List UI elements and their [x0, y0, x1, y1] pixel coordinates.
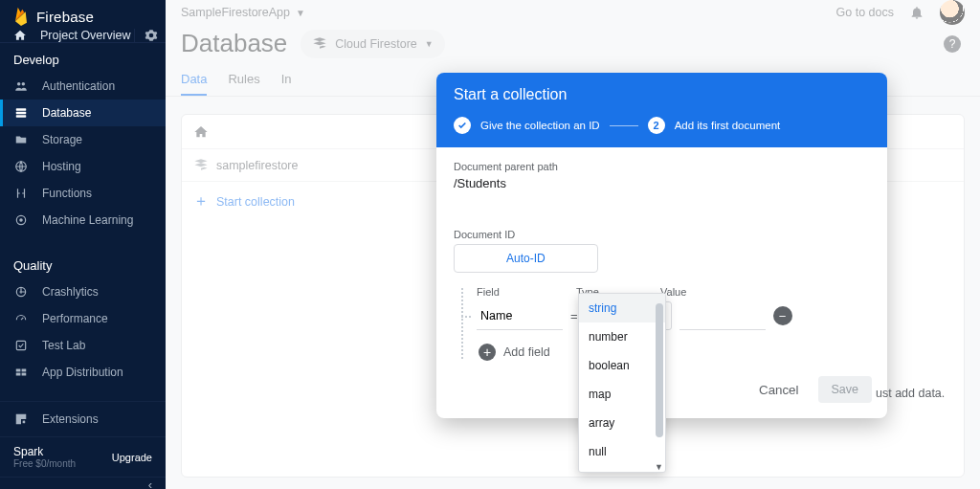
svg-rect-2 — [16, 108, 27, 110]
extensions-label: Extensions — [42, 412, 99, 426]
value-header: Value — [660, 286, 737, 298]
scroll-down-icon[interactable]: ▼ — [655, 462, 663, 472]
section-quality-title: Quality — [0, 249, 166, 278]
sidebar-item-app-distribution[interactable]: App Distribution — [0, 359, 166, 386]
auth-icon — [13, 78, 29, 94]
parent-path-value: /Students — [454, 176, 870, 190]
parent-path-label: Document parent path — [454, 161, 870, 172]
equals-sign: = — [570, 309, 578, 323]
sidebar-item-functions[interactable]: Functions — [0, 180, 166, 207]
check-icon — [457, 121, 467, 130]
modal-header: Start a collection Give the collection a… — [436, 73, 887, 147]
svg-rect-13 — [22, 373, 27, 376]
sidebar-item-hosting[interactable]: Hosting — [0, 153, 166, 180]
firebase-logo-icon — [13, 6, 29, 27]
step2-badge: 2 — [648, 117, 665, 134]
settings-gear[interactable] — [134, 29, 158, 42]
storage-icon — [13, 132, 29, 147]
sidebar-item-label: Hosting — [42, 160, 81, 173]
sidebar-item-label: Authentication — [42, 79, 115, 93]
sidebar-item-storage[interactable]: Storage — [0, 126, 166, 153]
field-name-input[interactable] — [477, 301, 563, 330]
modal-title: Start a collection — [454, 86, 870, 103]
plan-detail: Free $0/month — [13, 458, 76, 469]
svg-rect-11 — [22, 369, 27, 372]
home-icon — [13, 29, 27, 42]
sidebar-item-label: Performance — [42, 312, 108, 325]
svg-point-7 — [20, 219, 22, 221]
sidebar-item-performance[interactable]: Performance — [0, 305, 166, 332]
functions-icon — [13, 186, 29, 201]
svg-rect-3 — [16, 112, 27, 114]
svg-rect-9 — [16, 341, 25, 349]
sidebar-item-label: App Distribution — [42, 366, 123, 379]
project-overview-label: Project Overview — [40, 29, 130, 42]
sidebar-item-label: Storage — [42, 133, 82, 146]
sidebar-item-machine-learning[interactable]: Machine Learning — [0, 207, 166, 233]
ml-icon — [13, 212, 29, 228]
sidebar-footer: Spark Free $0/month Upgrade — [0, 436, 166, 477]
plus-circle-icon: + — [479, 344, 496, 361]
value-input[interactable] — [679, 301, 766, 330]
type-option-boolean[interactable]: boolean — [579, 351, 665, 380]
type-option-timestamp[interactable]: timestamp — [579, 466, 665, 472]
sidebar: Firebase Project Overview Develop Authen… — [0, 0, 166, 489]
perf-icon — [13, 311, 29, 326]
step1-badge — [454, 117, 471, 134]
sidebar-item-database[interactable]: Database — [0, 100, 166, 126]
modal-steps: Give the collection an ID 2 Add its firs… — [454, 117, 870, 134]
hosting-icon — [13, 159, 29, 174]
cancel-button[interactable]: Cancel — [749, 377, 809, 403]
sidebar-item-label: Crashlytics — [42, 285, 99, 299]
remove-field-button[interactable]: − — [773, 306, 792, 325]
step2-label: Add its first document — [675, 120, 781, 131]
sidebar-item-test-lab[interactable]: Test Lab — [0, 332, 166, 359]
type-option-null[interactable]: null — [579, 437, 665, 466]
sidebar-item-crashlytics[interactable]: Crashlytics — [0, 278, 166, 305]
svg-point-0 — [17, 82, 21, 86]
type-option-map[interactable]: map — [579, 380, 665, 409]
minus-icon: − — [779, 310, 787, 322]
add-field-label: Add field — [503, 345, 550, 359]
save-button[interactable]: Save — [818, 376, 873, 403]
dropdown-scrollbar[interactable] — [656, 303, 663, 470]
crash-icon — [13, 284, 29, 300]
testlab-icon — [13, 338, 29, 353]
main-content: SampleFirestoreApp ▼ Go to docs Database… — [166, 0, 980, 489]
scrollbar-thumb[interactable] — [656, 303, 663, 437]
doc-id-label: Document ID — [454, 229, 870, 240]
svg-rect-4 — [16, 115, 27, 117]
upgrade-button[interactable]: Upgrade — [112, 452, 152, 463]
chevron-left-icon: ‹ — [148, 478, 152, 489]
field-header: Field — [477, 286, 576, 298]
svg-point-1 — [22, 82, 25, 86]
appdist-icon — [13, 365, 29, 380]
step1-label: Give the collection an ID — [480, 120, 600, 131]
plan-name: Spark — [13, 445, 76, 458]
field-row: = string ▲ − — [477, 301, 870, 330]
extensions-icon — [13, 411, 29, 427]
background-hint-text: ust add data. — [876, 387, 945, 400]
add-field-button[interactable]: + Add field — [477, 344, 870, 361]
svg-rect-10 — [16, 369, 21, 372]
gear-icon — [145, 29, 158, 42]
sidebar-item-label: Machine Learning — [42, 213, 133, 227]
type-option-number[interactable]: number — [579, 322, 665, 351]
sidebar-item-label: Database — [42, 106, 91, 120]
section-develop-title: Develop — [0, 43, 166, 73]
sidebar-item-label: Functions — [42, 187, 92, 200]
sidebar-project-overview[interactable]: Project Overview — [0, 29, 166, 43]
auto-id-button[interactable]: Auto-ID — [454, 244, 598, 273]
sidebar-collapse[interactable]: ‹ — [0, 477, 166, 489]
sidebar-item-label: Test Lab — [42, 339, 85, 352]
brand-text: Firebase — [36, 9, 94, 25]
svg-rect-12 — [16, 373, 21, 376]
sidebar-item-extensions[interactable]: Extensions — [0, 406, 166, 433]
step-connector — [610, 125, 638, 126]
firebase-brand: Firebase — [0, 0, 166, 29]
db-icon — [13, 105, 29, 121]
type-option-string[interactable]: string — [579, 294, 665, 322]
type-option-array[interactable]: array — [579, 409, 665, 437]
type-dropdown: ▲ stringnumberbooleanmaparraynulltimesta… — [578, 293, 666, 473]
sidebar-item-authentication[interactable]: Authentication — [0, 73, 166, 100]
